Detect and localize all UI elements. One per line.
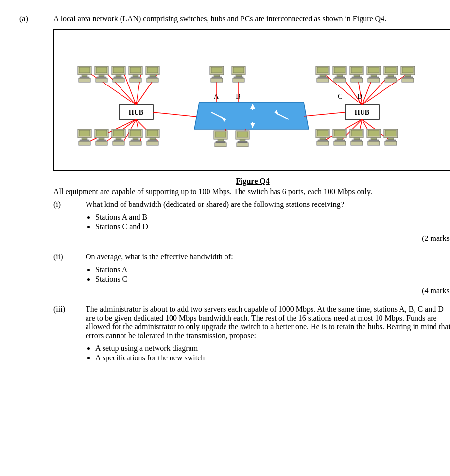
svg-rect-45 — [99, 138, 104, 140]
svg-rect-116 — [320, 75, 326, 77]
svg-rect-76 — [211, 67, 222, 73]
svg-rect-42 — [79, 141, 90, 145]
svg-rect-165 — [385, 130, 396, 136]
svg-rect-39 — [79, 130, 90, 136]
bullet-i-2: Stations C and D — [95, 222, 450, 231]
svg-rect-50 — [116, 138, 121, 140]
part-a-content: A local area network (LAN) comprising sw… — [53, 15, 450, 367]
svg-rect-57 — [130, 141, 141, 145]
svg-rect-17 — [79, 78, 90, 82]
bullet-iii-1: A setup using a network diagram — [95, 344, 450, 353]
svg-rect-83 — [236, 75, 242, 77]
svg-rect-32 — [130, 78, 141, 82]
svg-rect-59 — [147, 130, 158, 136]
svg-rect-146 — [320, 138, 326, 140]
svg-rect-25 — [116, 75, 121, 77]
svg-rect-125 — [351, 67, 362, 73]
svg-rect-151 — [337, 138, 343, 140]
svg-rect-145 — [317, 130, 328, 136]
svg-rect-92 — [215, 143, 226, 147]
marks-ii: (4 marks) — [86, 287, 450, 295]
svg-rect-79 — [211, 78, 223, 82]
sub-content-ii: On average, what is the effective bandwi… — [86, 253, 450, 301]
svg-rect-133 — [368, 78, 380, 82]
svg-rect-89 — [215, 132, 226, 137]
svg-text:C: C — [338, 93, 342, 100]
svg-rect-44 — [96, 130, 107, 136]
svg-rect-27 — [113, 78, 124, 82]
network-svg: HUB — [61, 34, 445, 166]
svg-rect-35 — [150, 75, 156, 77]
svg-rect-143 — [402, 78, 414, 82]
svg-rect-158 — [351, 141, 363, 145]
svg-rect-85 — [233, 78, 244, 82]
svg-rect-47 — [96, 141, 107, 145]
sub-question-iii: (iii) The administrator is about to add … — [53, 305, 450, 363]
bullet-list-iii: A setup using a network diagram A specif… — [86, 344, 450, 362]
sub-text-ii: On average, what is the effective bandwi… — [86, 253, 450, 261]
svg-rect-22 — [96, 78, 107, 82]
network-diagram: HUB — [59, 34, 447, 166]
svg-rect-160 — [368, 130, 379, 136]
svg-rect-77 — [214, 75, 220, 77]
svg-rect-115 — [317, 67, 328, 73]
svg-rect-30 — [133, 75, 138, 77]
sub-content-iii: The administrator is about to add two se… — [86, 305, 450, 363]
figure-box: HUB — [53, 29, 450, 171]
bullet-ii-2: Stations C — [95, 275, 450, 284]
svg-rect-131 — [371, 75, 377, 77]
sub-question-i: (i) What kind of bandwidth (dedicated or… — [53, 200, 450, 249]
svg-rect-140 — [402, 67, 413, 73]
bullet-list-i: Stations A and B Stations C and D — [86, 213, 450, 231]
svg-rect-153 — [334, 141, 346, 145]
sub-label-ii: (ii) — [53, 253, 78, 301]
svg-rect-97 — [237, 143, 248, 147]
svg-rect-121 — [337, 75, 343, 77]
svg-rect-37 — [147, 78, 158, 82]
svg-rect-130 — [368, 67, 379, 73]
figure-note: All equipment are capable of supporting … — [53, 187, 450, 196]
svg-rect-60 — [150, 138, 156, 140]
svg-rect-161 — [371, 138, 377, 140]
svg-rect-141 — [405, 75, 411, 77]
svg-rect-123 — [334, 78, 346, 82]
svg-line-2 — [153, 112, 202, 117]
part-a-container: (a) A local area network (LAN) comprisin… — [19, 15, 431, 367]
svg-rect-62 — [147, 141, 158, 145]
svg-rect-29 — [130, 67, 141, 73]
svg-rect-166 — [388, 138, 394, 140]
svg-rect-128 — [351, 78, 363, 82]
figure-caption: Figure Q4 — [53, 177, 450, 186]
sub-text-i: What kind of bandwidth (dedicated or sha… — [86, 200, 450, 209]
sub-text-iii: The administrator is about to add two se… — [86, 305, 450, 340]
svg-rect-118 — [317, 78, 329, 82]
part-a-label: (a) — [19, 15, 44, 367]
svg-rect-138 — [385, 78, 397, 82]
bullet-i-1: Stations A and B — [95, 213, 450, 221]
svg-rect-34 — [147, 67, 158, 73]
svg-rect-55 — [133, 138, 138, 140]
svg-rect-14 — [79, 67, 90, 73]
svg-rect-82 — [233, 67, 244, 73]
part-a-intro: A local area network (LAN) comprising sw… — [53, 15, 450, 23]
svg-rect-94 — [237, 132, 248, 137]
svg-text:HUB: HUB — [129, 109, 143, 116]
svg-rect-49 — [113, 130, 124, 136]
svg-rect-54 — [130, 130, 141, 136]
sub-content-i: What kind of bandwidth (dedicated or sha… — [86, 200, 450, 249]
svg-rect-15 — [82, 75, 87, 77]
svg-rect-136 — [388, 75, 394, 77]
bullet-ii-1: Stations A — [95, 265, 450, 274]
svg-rect-150 — [334, 130, 345, 136]
svg-rect-24 — [113, 67, 124, 73]
svg-rect-155 — [351, 130, 362, 136]
svg-line-100 — [304, 112, 345, 116]
svg-text:HUB: HUB — [355, 109, 369, 116]
svg-rect-19 — [96, 67, 107, 73]
svg-rect-40 — [82, 138, 87, 140]
bullet-iii-2: A specifications for the new switch — [95, 354, 450, 362]
svg-rect-163 — [368, 141, 380, 145]
svg-rect-95 — [240, 139, 245, 141]
svg-rect-120 — [334, 67, 345, 73]
svg-rect-156 — [354, 138, 360, 140]
